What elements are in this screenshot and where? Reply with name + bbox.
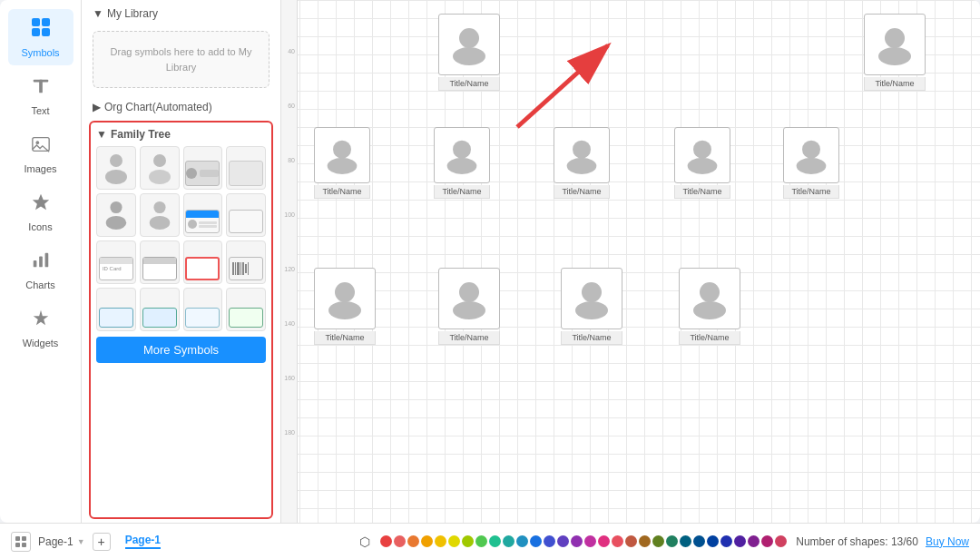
buy-now-button[interactable]: Buy Now [926,535,969,548]
color-swatch[interactable] [748,535,760,547]
color-swatch[interactable] [421,535,433,547]
svg-point-16 [110,201,122,213]
symbol-item[interactable] [183,193,223,237]
node-person [449,271,489,326]
color-swatch[interactable] [612,535,623,547]
svg-point-39 [575,301,608,319]
svg-point-17 [106,216,127,230]
symbol-item[interactable] [140,193,180,237]
symbol-item[interactable] [226,240,266,284]
symbol-item[interactable] [96,288,136,331]
svg-point-12 [110,154,122,167]
color-swatch[interactable] [394,535,406,547]
sidebar-item-text[interactable]: Text [8,69,74,123]
color-swatch[interactable] [761,535,773,547]
icons-icon [31,192,51,218]
color-swatch[interactable] [680,535,691,547]
svg-point-13 [105,170,127,184]
node-person [325,271,365,326]
color-swatch[interactable] [652,535,664,547]
symbol-item[interactable] [226,288,266,331]
node-person [793,131,829,180]
svg-rect-47 [22,543,26,547]
canvas-nodes: Title/Name Title/Name Title/Name [298,0,980,523]
color-swatch[interactable] [571,535,583,547]
blue-card-1 [99,308,133,328]
person-icon-4 [145,199,174,233]
symbol-item[interactable] [183,146,223,190]
color-swatch[interactable] [598,535,610,547]
tree-node[interactable]: Title/Name [314,268,376,345]
color-swatch[interactable] [544,535,555,547]
tree-node[interactable]: Title/Name [864,14,926,91]
color-swatch[interactable] [625,535,637,547]
tree-node[interactable]: Title/Name [438,14,500,91]
active-page-tab[interactable]: Page-1 [125,534,161,549]
sidebar-item-icons[interactable]: Icons [8,185,74,240]
page-tab-1[interactable]: Page-1 ▼ [38,535,85,548]
symbol-item[interactable]: ID Card [96,240,136,284]
sidebar-label-charts: Charts [25,280,54,290]
node-box [438,268,500,329]
symbol-item[interactable] [96,193,136,237]
color-swatch[interactable] [489,535,501,547]
color-swatch[interactable] [693,535,705,547]
color-swatch[interactable] [775,535,787,547]
sidebar-item-charts[interactable]: Charts [8,243,74,298]
symbol-item[interactable] [140,146,180,190]
text-icon [31,76,51,102]
color-swatch[interactable] [448,535,460,547]
symbol-item[interactable] [140,240,180,284]
canvas-area[interactable]: 40 60 80 100 120 140 160 180 Title/Name [281,0,980,523]
svg-point-36 [459,282,479,302]
svg-point-14 [153,154,166,167]
node-label: Title/Name [438,77,500,91]
tree-node[interactable]: Title/Name [314,127,370,199]
tree-node[interactable]: Title/Name [679,268,740,345]
symbol-item[interactable] [183,288,223,331]
color-swatch[interactable] [557,535,569,547]
tree-node[interactable]: Title/Name [554,127,610,199]
color-swatch[interactable] [707,535,719,547]
color-swatch[interactable] [380,535,392,547]
symbol-item[interactable] [96,146,136,190]
color-swatch[interactable] [516,535,528,547]
color-swatch[interactable] [666,535,678,547]
add-page-button[interactable]: + [93,533,111,551]
card-symbol-2 [229,161,263,186]
color-swatch[interactable] [435,535,446,547]
tree-node[interactable]: Title/Name [783,127,839,199]
sidebar-item-symbols[interactable]: Symbols [8,9,74,65]
images-icon [31,134,51,160]
color-swatch[interactable] [584,535,596,547]
tree-node[interactable]: Title/Name [561,268,622,345]
color-swatch[interactable] [475,535,487,547]
color-swatch[interactable] [639,535,651,547]
svg-point-26 [453,141,471,159]
family-tree-title: ▼ Family Tree [96,128,266,141]
symbol-item[interactable] [226,146,266,190]
org-chart-section: ▶ Org Chart(Automated) [82,95,280,117]
color-swatch[interactable] [407,535,419,547]
bottom-bar: Page-1 ▼ + Page-1 ⬡ Number of shapes: 13… [0,523,980,559]
sidebar-item-images[interactable]: Images [8,127,74,181]
color-swatch[interactable] [530,535,542,547]
symbol-item[interactable] [140,288,180,331]
node-person [875,17,915,72]
symbol-item[interactable] [183,240,223,284]
color-swatch[interactable] [462,535,474,547]
tree-node[interactable]: Title/Name [674,127,730,199]
fill-icon[interactable]: ⬡ [359,534,370,549]
more-symbols-button[interactable]: More Symbols [96,337,266,363]
color-swatch[interactable] [503,535,514,547]
svg-marker-8 [32,194,48,210]
symbol-item[interactable] [226,193,266,237]
color-swatch[interactable] [734,535,746,547]
page-view-button[interactable] [11,532,31,552]
sidebar-item-widgets[interactable]: Widgets [8,301,74,356]
tree-node[interactable]: Title/Name [434,127,490,199]
tree-node[interactable]: Title/Name [438,268,500,345]
color-swatch[interactable] [720,535,732,547]
svg-point-21 [453,47,485,65]
node-label: Title/Name [679,331,740,345]
